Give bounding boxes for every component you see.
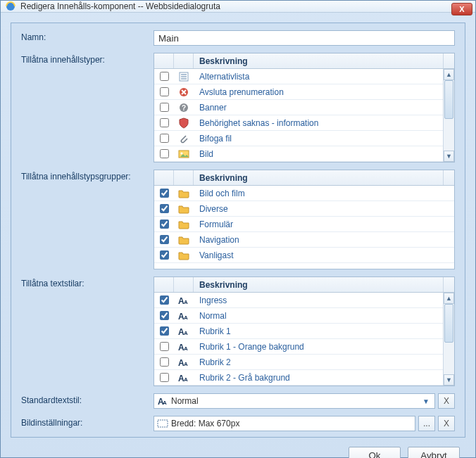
table-row[interactable]: Bifoga fil	[154, 131, 454, 146]
list-icon	[178, 71, 189, 82]
image-settings-browse-button[interactable]: ...	[418, 416, 435, 431]
scroll-down-icon[interactable]: ▼	[444, 374, 454, 386]
help-icon: ?	[178, 102, 189, 113]
row-description: Avsluta prenumeration	[194, 87, 443, 97]
row-checkbox-cell	[154, 103, 174, 112]
default-style-clear-button[interactable]: X	[438, 393, 455, 409]
row-checkbox[interactable]	[160, 220, 169, 229]
table-row[interactable]: Bild	[154, 146, 454, 162]
row-checkbox[interactable]	[160, 357, 169, 367]
row-icon-cell: AA	[174, 341, 194, 352]
chevron-down-icon[interactable]: ▼	[420, 394, 432, 408]
row-checkbox[interactable]	[160, 149, 169, 158]
col-description[interactable]: Beskrivning	[194, 277, 443, 292]
folder-icon	[178, 188, 189, 199]
row-checkbox-cell	[154, 357, 174, 367]
row-checkbox-cell	[154, 72, 174, 81]
table-row[interactable]: Navigation	[154, 232, 454, 248]
table-row[interactable]: Vanligast	[154, 248, 454, 263]
row-checkbox[interactable]	[160, 189, 169, 198]
cancel-button[interactable]: Avbryt	[408, 447, 460, 458]
row-checkbox[interactable]	[160, 118, 169, 127]
col-scroll-head	[443, 170, 454, 185]
row-icon-cell: AA	[174, 372, 194, 383]
table-row[interactable]: AARubrik 1	[154, 324, 454, 339]
scroll-down-icon[interactable]: ▼	[444, 151, 454, 162]
default-style-combo[interactable]: AA Normal ▼	[154, 393, 435, 409]
table-row[interactable]: Diverse	[154, 201, 454, 217]
folder-icon	[178, 234, 189, 246]
scroll-track[interactable]	[444, 304, 454, 374]
table-row[interactable]: ?Banner	[154, 100, 454, 115]
row-checkbox[interactable]	[160, 72, 169, 81]
table-row[interactable]: AAIngress	[154, 293, 454, 308]
scroll-track[interactable]	[444, 80, 454, 151]
label-content-groups: Tillåtna innehållstypsgrupper:	[21, 170, 154, 182]
scroll-up-icon[interactable]: ▲	[444, 69, 454, 80]
row-checkbox[interactable]	[160, 342, 169, 351]
table-row[interactable]: Avsluta prenumeration	[154, 84, 454, 100]
svg-text:A: A	[184, 361, 188, 367]
label-default-style: Standardtextstil:	[21, 393, 154, 405]
row-checkbox[interactable]	[160, 326, 169, 336]
text-style-icon: AA	[178, 372, 189, 383]
image-settings-field[interactable]: Bredd: Max 670px	[154, 416, 415, 431]
table-row[interactable]: AARubrik 2	[154, 355, 454, 370]
row-content-types: Tillåtna innehållstyper: Beskrivning Alt…	[21, 53, 455, 163]
row-checkbox[interactable]	[160, 373, 169, 382]
scrollbar-styles[interactable]: ▲ ▼	[443, 293, 454, 386]
row-checkbox[interactable]	[160, 235, 169, 244]
col-description[interactable]: Beskrivning	[194, 53, 443, 68]
table-row[interactable]: AARubrik 1 - Orange bakgrund	[154, 339, 454, 355]
row-description: Bifoga fil	[194, 134, 443, 144]
row-icon-cell	[174, 148, 194, 160]
table-row[interactable]: Behörighet saknas - information	[154, 115, 454, 131]
name-input[interactable]	[154, 30, 455, 46]
table-row[interactable]: AARubrik 2 - Grå bakgrund	[154, 370, 454, 386]
content-panel: Namn: Tillåtna innehållstyper: Beskrivni…	[11, 23, 465, 438]
row-checkbox-cell	[154, 326, 174, 336]
grid-body-styles: AAIngressAANormalAARubrik 1AARubrik 1 - …	[154, 293, 454, 386]
row-checkbox-cell	[154, 189, 174, 198]
row-checkbox[interactable]	[160, 250, 169, 260]
col-checkbox	[154, 277, 174, 292]
row-icon-cell	[174, 188, 194, 199]
col-description[interactable]: Beskrivning	[194, 170, 443, 185]
table-row[interactable]: Formulär	[154, 217, 454, 232]
ie-icon	[5, 1, 16, 12]
row-checkbox[interactable]	[160, 295, 169, 305]
scroll-thumb[interactable]	[444, 304, 453, 343]
grid-content-groups: Beskrivning Bild och filmDiverseFormulär…	[154, 170, 455, 269]
table-row[interactable]: AANormal	[154, 308, 454, 324]
col-icon	[174, 53, 194, 68]
folder-icon	[178, 250, 189, 261]
table-row[interactable]: Alternativlista	[154, 69, 454, 84]
grid-body-groups: Bild och filmDiverseFormulärNavigationVa…	[154, 186, 454, 263]
text-style-icon: AA	[157, 395, 168, 407]
row-description: Bild och film	[194, 189, 443, 198]
scrollbar-types[interactable]: ▲ ▼	[443, 69, 454, 162]
cancel-icon	[178, 87, 189, 98]
scroll-up-icon[interactable]: ▲	[444, 293, 454, 304]
grid-content-types: Beskrivning AlternativlistaAvsluta prenu…	[154, 53, 455, 163]
row-checkbox-cell	[154, 204, 174, 213]
image-settings-value: Bredd: Max 670px	[171, 419, 412, 428]
ok-button[interactable]: Ok	[349, 447, 401, 458]
row-checkbox[interactable]	[160, 204, 169, 213]
dialog-footer: Ok Avbryt	[11, 442, 465, 458]
col-icon	[174, 277, 194, 292]
svg-text:A: A	[184, 345, 188, 352]
row-checkbox[interactable]	[160, 311, 169, 320]
text-style-icon: AA	[178, 295, 189, 306]
close-button[interactable]: X	[451, 3, 472, 15]
row-checkbox[interactable]	[160, 103, 169, 112]
row-checkbox[interactable]	[160, 134, 169, 143]
image-settings-clear-button[interactable]: X	[438, 416, 455, 431]
table-row[interactable]: Bild och film	[154, 186, 454, 201]
row-description: Behörighet saknas - information	[194, 118, 443, 128]
text-style-icon: AA	[178, 357, 189, 368]
row-icon-cell: AA	[174, 295, 194, 306]
row-checkbox[interactable]	[160, 87, 169, 96]
grid-header-row: Beskrivning	[154, 53, 454, 69]
scroll-thumb[interactable]	[444, 80, 453, 119]
